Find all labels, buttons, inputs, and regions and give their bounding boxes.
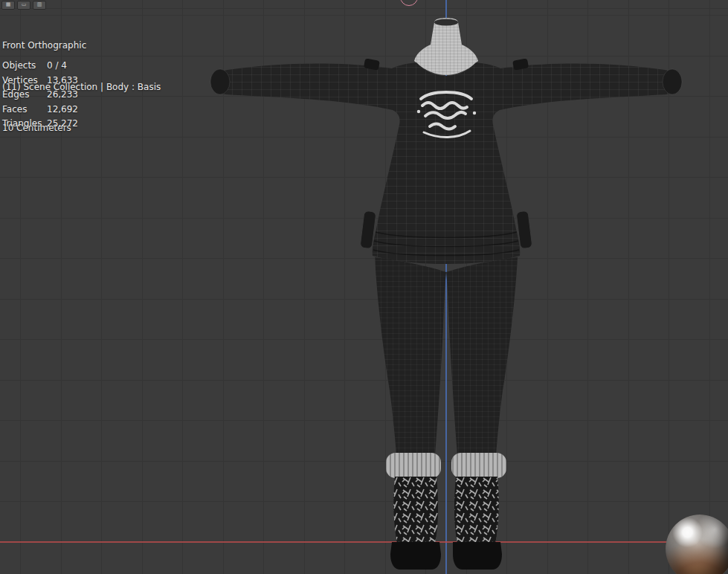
- right-sleeve-cuff: [663, 69, 682, 94]
- leggings[interactable]: [375, 257, 518, 455]
- viewport-header: ▦ ▭ ▥: [1, 1, 46, 10]
- left-boot[interactable]: [386, 453, 441, 570]
- stat-label: Triangles: [2, 118, 47, 129]
- stat-value: 25,272: [47, 118, 78, 129]
- 3d-viewport[interactable]: Front Orthographic (11) Scene Collection…: [0, 0, 728, 574]
- stat-label: Vertices: [2, 75, 47, 86]
- stat-label: Edges: [2, 89, 47, 100]
- view-mode-icon[interactable]: ▭: [17, 1, 30, 10]
- editor-type-icon[interactable]: ▦: [1, 1, 15, 10]
- stat-value: 13,633: [47, 75, 78, 86]
- stat-value: 26,233: [47, 89, 78, 100]
- view-label: Front Orthographic: [2, 39, 161, 53]
- sweater[interactable]: [210, 58, 682, 264]
- left-sleeve-cuff: [210, 69, 230, 94]
- right-boot[interactable]: [451, 453, 506, 570]
- scene-statistics: Objects 0 / 4 Vertices 13,633 Edges 26,2…: [2, 60, 78, 129]
- neck-opening: [434, 19, 458, 26]
- stat-value: 0 / 4: [47, 60, 78, 71]
- stat-label: Faces: [2, 104, 47, 115]
- stat-label: Objects: [2, 60, 47, 71]
- overlay-icon[interactable]: ▥: [33, 1, 46, 10]
- collar[interactable]: [414, 18, 478, 75]
- stat-value: 12,692: [47, 104, 78, 115]
